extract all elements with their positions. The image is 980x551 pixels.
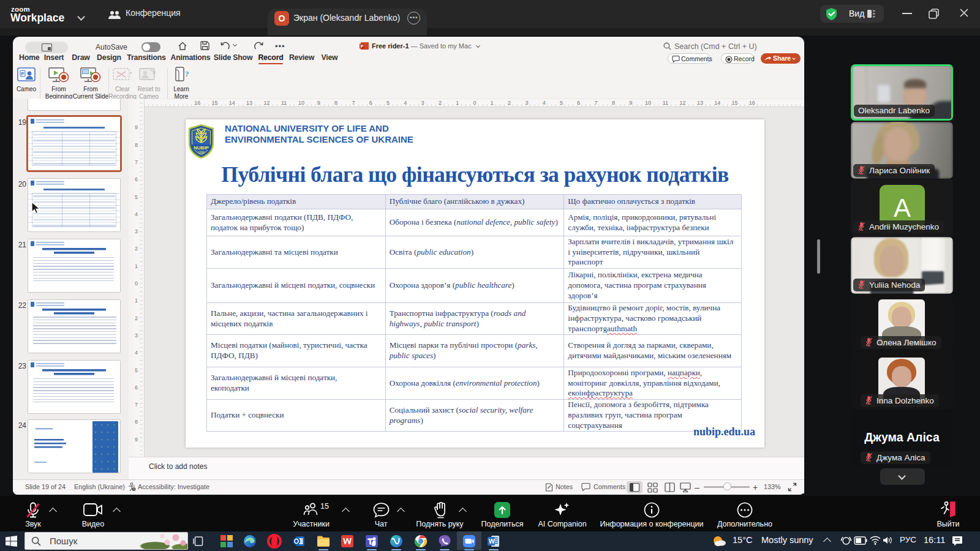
svg-text:P: P	[360, 43, 363, 49]
svg-text:1898: 1898	[198, 151, 205, 154]
svg-text:NUBIP: NUBIP	[194, 145, 209, 151]
svg-text:?: ?	[185, 69, 189, 78]
svg-text:P: P	[21, 71, 24, 77]
